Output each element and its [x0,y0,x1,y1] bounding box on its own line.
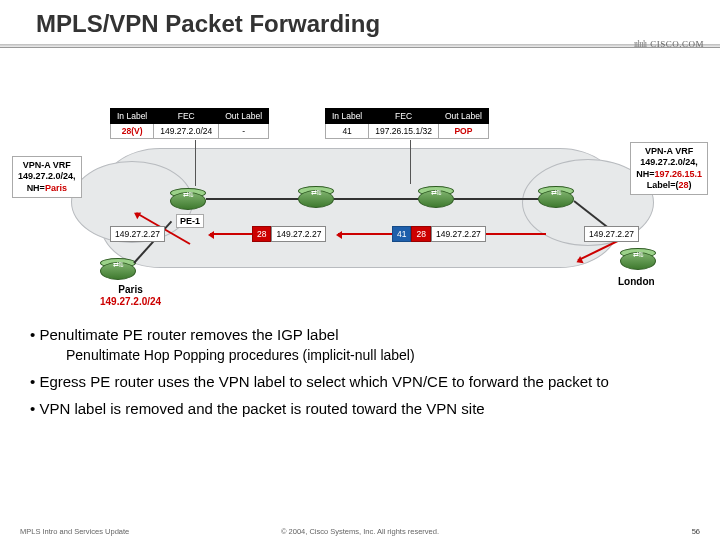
vrf-line2: 149.27.2.0/24, [636,157,702,168]
pointer-line [195,140,196,186]
cell-inlabel: 28(V) [111,124,154,139]
packet-label-vpn: 28 [411,226,430,242]
bullet-2: Egress PE router uses the VPN label to s… [30,373,690,390]
packet-ip: 149.27.2.27 [431,226,486,242]
site-subnet: 149.27.2.0/24 [100,296,161,308]
label-table-left: In Label FEC Out Label 28(V) 149.27.2.0/… [110,108,269,139]
th-outlabel: Out Label [219,109,269,124]
site-london: London [618,276,655,288]
vrf-line1: VPN-A VRF [636,146,702,157]
pointer-line [410,140,411,184]
label-table-right: In Label FEC Out Label 41 197.26.15.1/32… [325,108,489,139]
cell-outlabel: - [219,124,269,139]
slide-title: MPLS/VPN Packet Forwarding [0,0,720,44]
bullet-list: Penultimate PE router removes the IGP la… [0,308,720,417]
bullet-1a: Penultimate Hop Popping procedures (impl… [66,347,690,363]
vrf-line3: NH=Paris [18,183,76,194]
th-inlabel: In Label [111,109,154,124]
link [206,198,298,200]
th-inlabel: In Label [326,109,369,124]
th-fec: FEC [154,109,219,124]
packet-4: 149.27.2.27 [584,226,639,242]
router-penultimate: ⇄⇅ [418,186,454,210]
bullet-3: VPN label is removed and the packet is r… [30,400,690,417]
cell-fec: 197.26.15.1/32 [369,124,439,139]
router-ce-paris: ⇄⇅ [100,258,136,282]
footer: MPLS Intro and Services Update © 2004, C… [0,527,720,536]
packet-label: 28 [252,226,271,242]
network-diagram: In Label FEC Out Label 28(V) 149.27.2.0/… [0,48,720,308]
site-paris: Paris 149.27.2.0/24 [100,284,161,308]
packet-1: 149.27.2.27 [110,226,165,242]
router-p: ⇄⇅ [298,186,334,210]
link [334,198,418,200]
vrf-box-left: VPN-A VRF 149.27.2.0/24, NH=Paris [12,156,82,198]
router-pe2: ⇄⇅ [538,186,574,210]
cell-inlabel: 41 [326,124,369,139]
vrf-line3: NH=197.26.15.1 [636,169,702,180]
vrf-box-right: VPN-A VRF 149.27.2.0/24, NH=197.26.15.1 … [630,142,708,195]
packet-ip: 149.27.2.27 [110,226,165,242]
site-name: Paris [100,284,161,296]
packet-ip: 149.27.2.27 [271,226,326,242]
packet-label-igp: 41 [392,226,411,242]
vrf-line4: Label=(28) [636,180,702,191]
th-outlabel: Out Label [438,109,488,124]
footer-copyright: © 2004, Cisco Systems, Inc. All rights r… [0,527,720,536]
vrf-line2: 149.27.2.0/24, [18,171,76,182]
cell-outlabel: POP [438,124,488,139]
site-name: London [618,276,655,288]
packet-ip: 149.27.2.27 [584,226,639,242]
bullet-1: Penultimate PE router removes the IGP la… [30,326,690,343]
link [454,198,538,200]
packet-2: 28 149.27.2.27 [252,226,326,242]
router-ce-london: ⇄⇅ [620,248,656,272]
router-pe1: ⇄⇅ [170,188,206,212]
pe1-label: PE-1 [176,214,204,228]
cell-fec: 149.27.2.0/24 [154,124,219,139]
th-fec: FEC [369,109,439,124]
vrf-line1: VPN-A VRF [18,160,76,171]
packet-3: 41 28 149.27.2.27 [392,226,486,242]
